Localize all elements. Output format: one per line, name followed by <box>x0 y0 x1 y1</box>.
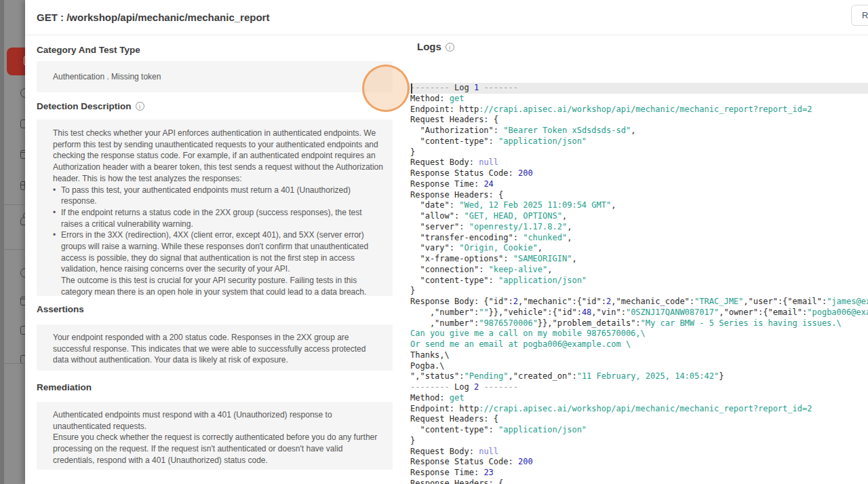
log-token: , <box>547 265 552 274</box>
log-token: }},"problem_details": <box>538 318 641 328</box>
category-value: Authentication . Missing token <box>53 71 161 83</box>
docs-icon[interactable] <box>20 326 25 335</box>
log-token: 48 <box>582 308 591 317</box>
active-nav-button[interactable] <box>7 48 25 75</box>
log-token: Request Body: <box>410 447 479 456</box>
log-token: Response Time: <box>410 468 484 477</box>
info-icon[interactable]: i <box>446 43 454 52</box>
remediation-paragraph: Ensure you check whether the request is … <box>53 432 380 466</box>
log-line: "server": "openresty/1.17.8.2", <box>407 222 868 233</box>
log-token: ,"number": <box>410 308 479 317</box>
log-token: Endpoint: http <box>410 404 479 413</box>
log-token: , <box>567 222 572 231</box>
category-heading: Category And Test Type <box>37 45 140 55</box>
log-line: "date": "Wed, 12 Feb 2025 11:09:54 GMT", <box>407 200 868 211</box>
log-token: Request Headers: { <box>410 115 498 124</box>
log-token: }},"vehicle":{"id": <box>489 308 582 317</box>
log-token: get <box>450 94 465 103</box>
log-token: , <box>572 254 576 263</box>
log-token: "server": <box>410 222 469 231</box>
log-token: "GET, HEAD, OPTIONS" <box>464 211 562 221</box>
log-token: "vary": <box>410 243 459 253</box>
log-token: Log <box>454 382 474 392</box>
assertions-box: Your endpoint responded with a 200 statu… <box>37 324 393 371</box>
log-line: Pogba.\ <box>407 361 868 372</box>
log-line: "connection": "keep-alive", <box>407 265 868 276</box>
endpoints-icon[interactable] <box>20 119 25 128</box>
log-token: ------- <box>479 382 518 392</box>
log-line: Request Headers: { <box>407 414 868 425</box>
log-line: "content-type": "application/json" <box>407 425 868 436</box>
log-token: "11 February, 2025, 14:05:42" <box>577 371 719 381</box>
scans-icon[interactable] <box>20 150 25 159</box>
log-token: Request Body: <box>410 157 479 167</box>
log-token: 24 <box>484 179 493 189</box>
info-icon[interactable]: i <box>136 102 144 111</box>
log-token: 200 <box>518 457 533 466</box>
dashboard-icon[interactable] <box>20 88 25 98</box>
rerun-button[interactable]: Re <box>851 5 868 26</box>
log-token: Response Headers: { <box>410 190 503 200</box>
log-token: "transfer-encoding": <box>410 233 523 242</box>
bullet-item: Errors in the 3XX (redirection), 4XX (cl… <box>61 229 383 275</box>
log-token: "connection": <box>410 265 489 274</box>
log-line: "content-type": "application/json" <box>407 136 868 147</box>
test-detail-panel: GET : /workshop/api/mechanic/mechanic_re… <box>25 0 868 484</box>
sidebar-divider <box>4 204 25 205</box>
log-token: "application/json" <box>498 276 587 285</box>
log-token: "0SZNJ17QANW087017" <box>626 308 719 317</box>
log-token: Response Status Code: <box>410 168 518 178</box>
profile-icon[interactable] <box>20 217 25 225</box>
log-line: } <box>407 436 868 447</box>
log-token: "SAMEORIGIN" <box>513 254 572 263</box>
log-token: "My car BMW - 5 Series is having issues.… <box>641 318 842 328</box>
log-token: Method: <box>410 393 450 403</box>
log-token: "content-type": <box>410 136 498 146</box>
app-sidebar <box>0 0 25 484</box>
log-line: Can you give me a call on my mobile 9876… <box>407 329 868 339</box>
log-line: Method: get <box>407 94 868 105</box>
log-line: Response Headers: { <box>407 190 868 201</box>
logs-viewer[interactable]: -------- Log 1 -------Method: getEndpoin… <box>407 83 868 484</box>
detection-heading: Detection Descriptioni <box>37 101 144 111</box>
billing-icon[interactable] <box>20 297 25 305</box>
log-token: ://crapi.apisec.ai/workshop/api/mechanic… <box>479 105 812 114</box>
log-token: Response Headers: { <box>410 479 503 484</box>
log-token: 2 <box>513 297 518 306</box>
log-line: "vary": "Origin, Cookie", <box>407 243 868 254</box>
log-line: Response Body: {"id":2,"mechanic":{"id":… <box>407 297 868 308</box>
log-token: "Authorization": <box>410 126 503 135</box>
log-token: "content-type": <box>410 276 498 285</box>
log-line: Response Time: 24 <box>407 179 868 190</box>
log-line: Response Headers: { <box>407 479 868 484</box>
log-line: Thanks,\ <box>407 350 868 361</box>
logs-heading: Logsi <box>417 41 454 52</box>
log-line: ,"number":"9876570006"}},"problem_detail… <box>407 318 868 329</box>
reports-icon[interactable] <box>20 181 25 190</box>
sidebar-divider <box>4 363 25 364</box>
remediation-heading: Remediation <box>37 382 92 392</box>
remediation-box: Authenticated endpoints must respond wit… <box>37 402 393 470</box>
log-token: ------- <box>479 83 518 92</box>
log-token: ,"owner":{"email": <box>719 308 807 317</box>
log-token: "TRAC_JME" <box>694 297 743 306</box>
log-line: Request Body: null <box>407 447 868 458</box>
log-token: 23 <box>484 468 493 477</box>
log-token: ,"user":{"email": <box>743 297 827 306</box>
log-token: "Bearer Token xSdsdsds-sd" <box>503 126 631 135</box>
log-line: } <box>407 286 868 297</box>
log-token: null <box>479 157 498 167</box>
log-token: ,"mechanic":{"id": <box>518 297 606 306</box>
log-token: Method: <box>410 94 450 103</box>
log-line: Or send me an email at pogba006@example.… <box>407 339 868 350</box>
log-token: "chunked" <box>523 233 567 242</box>
endpoint-title: GET : /workshop/api/mechanic/mechanic_re… <box>37 12 269 23</box>
history-icon[interactable] <box>20 268 25 278</box>
log-token: "date": <box>410 200 459 210</box>
log-token: , <box>538 243 542 253</box>
log-token: , <box>611 200 616 210</box>
text-caret <box>411 83 412 94</box>
log-line: Response Status Code: 200 <box>407 457 868 468</box>
log-line: Endpoint: http://crapi.apisec.ai/worksho… <box>407 105 868 115</box>
log-token: , <box>562 211 567 221</box>
